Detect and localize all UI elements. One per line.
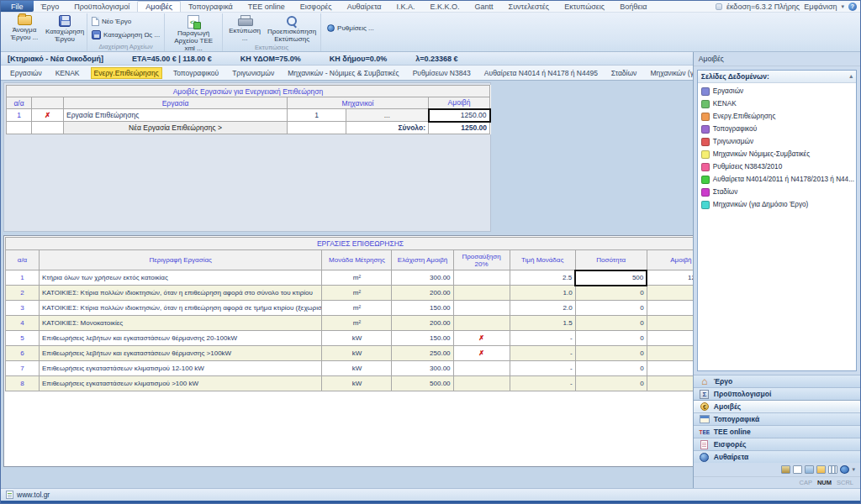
data-page-topografikou[interactable]: Τοπογραφικού	[700, 123, 854, 135]
overflow-chevron-icon[interactable]: ▾	[852, 466, 855, 473]
surcharge-excluded-cell[interactable]: ✗	[453, 346, 510, 361]
quantity-cell[interactable]: 0	[575, 301, 647, 316]
generate-tee-xml-button[interactable]: <> Παραγωγή Αρχείου ΤΕΕ xml ...	[167, 14, 219, 54]
new-project-button[interactable]: Νέο Έργο	[90, 16, 161, 27]
quantity-cell[interactable]: 0	[575, 361, 647, 376]
unit-price-cell[interactable]: -	[510, 331, 575, 346]
tab-rythmiseon-n3843[interactable]: Ρυθμίσεων Ν3843	[410, 68, 473, 78]
nav-authaireta[interactable]: Αυθαίρετα	[694, 450, 860, 463]
tab-trigonismon[interactable]: Τριγωνισμών	[230, 68, 277, 78]
quantity-cell[interactable]: 0	[575, 286, 647, 301]
data-page-stadion[interactable]: Σταδίων	[700, 186, 854, 198]
nav-tee-online[interactable]: TEEΤΕΕ online	[694, 425, 860, 438]
unit-price-cell[interactable]: -	[510, 376, 575, 391]
t1-engineers-count-cell[interactable]: 1	[288, 109, 346, 122]
quantity-cell[interactable]: 0	[575, 331, 647, 346]
surcharge-cell[interactable]	[453, 286, 510, 301]
menu-tab-proypologismoi[interactable]: Προϋπολογισμοί	[66, 1, 137, 12]
unit-price-cell[interactable]: 2.5	[510, 270, 575, 286]
file-menu-button[interactable]: File	[1, 1, 34, 12]
collapse-arrow-icon[interactable]: ▴	[849, 73, 853, 80]
data-page-kenak[interactable]: ΚΕΝΑΚ	[700, 97, 854, 110]
home-icon[interactable]	[716, 3, 722, 10]
tab-authaireta-n4014[interactable]: Αυθαίρετα Ν4014 ή Ν4178 ή Ν4495	[482, 68, 600, 78]
page-icon[interactable]	[793, 465, 802, 474]
print-button[interactable]: Εκτύπωση ...	[225, 14, 264, 43]
menu-tab-authaireta[interactable]: Αυθαίρετα	[340, 1, 389, 12]
menu-tab-ika[interactable]: Ι.Κ.Α.	[389, 1, 423, 12]
data-page-trigonismon[interactable]: Τριγωνισμών	[700, 135, 854, 148]
kh-ydom-value: ΚΗ ΥΔΟΜ=75.0%	[240, 55, 301, 63]
website-link[interactable]: www.tol.gr	[17, 491, 50, 499]
menu-tab-tee-online[interactable]: ΤΕΕ online	[240, 1, 293, 12]
unit-price-cell[interactable]: 1.5	[510, 316, 575, 331]
kh-dimou-value: ΚΗ δήμου=0.0%	[330, 55, 387, 63]
surcharge-cell[interactable]	[453, 270, 510, 286]
tab-energ-epitheorisis[interactable]: Ενεργ.Επιθεώρησης	[91, 67, 162, 79]
data-page-authaireta-n4014[interactable]: Αυθαίρετα Ν4014/2011 ή Ν4178/2013 ή Ν44.…	[700, 173, 854, 186]
data-page-ergasion[interactable]: Εργασιών	[700, 85, 854, 97]
unit-price-cell[interactable]: 1.0	[510, 286, 575, 301]
building-icon[interactable]	[781, 465, 790, 474]
t1-fee-cell[interactable]: 1250.00	[429, 109, 490, 122]
menu-tab-ergo[interactable]: Έργο	[34, 1, 67, 12]
menu-tab-gantt[interactable]: Gantt	[467, 1, 501, 12]
open-project-button[interactable]: Άνοιγμα Έργου ...	[5, 14, 44, 42]
new-inspection-task-button[interactable]: Νέα Εργασία Επιθεώρησης >	[64, 122, 288, 134]
surcharge-cell[interactable]	[453, 376, 510, 391]
surcharge-cell[interactable]	[453, 361, 510, 376]
settings-button[interactable]: Ρυθμίσεις ...	[324, 23, 378, 34]
display-menu[interactable]: Εμφάνιση	[804, 3, 837, 11]
folder-icon[interactable]	[816, 465, 826, 474]
chevron-down-icon[interactable]: ▾	[841, 3, 844, 10]
nav-eisfores[interactable]: Εισφορές	[694, 438, 860, 450]
engineers-more-button[interactable]: ...	[346, 109, 429, 122]
data-page-mixanikon-dimosio[interactable]: Μηχανικών (για Δημόσιο Έργο)	[700, 198, 854, 211]
save-icon	[59, 15, 71, 27]
nav-amoives[interactable]: €Αμοιβές	[694, 400, 860, 412]
delete-row-button[interactable]: ✗	[32, 109, 64, 122]
help-globe-icon[interactable]	[840, 465, 849, 474]
window-icon[interactable]	[805, 465, 814, 474]
quantity-cell[interactable]: 0	[575, 346, 647, 361]
tab-kenak[interactable]: ΚΕΝΑΚ	[53, 68, 82, 78]
menu-tab-eisfores[interactable]: Εισφορές	[293, 1, 340, 12]
unit-price-cell[interactable]: -	[510, 361, 575, 376]
inspection-tasks-panel: ΕΡΓΑΣΙΕΣ ΕΠΙΘΕΩΡΗΣΗΣ α/α Περιγραφή Εργασ…	[3, 235, 693, 467]
nav-topografika[interactable]: Τοπογραφικά	[694, 412, 860, 425]
surcharge-cell[interactable]	[453, 301, 510, 316]
tab-stadion[interactable]: Σταδίων	[609, 68, 640, 78]
tab-topografikou[interactable]: Τοπογραφικού	[171, 68, 221, 78]
data-pages-header[interactable]: Σελίδες Δεδομένων: ▴	[698, 71, 856, 83]
nav-proypologismoi[interactable]: ΣΠροϋπολογισμοί	[694, 387, 860, 400]
save-as-button[interactable]: Καταχώρηση Ως ...	[90, 29, 161, 40]
menu-tab-ektyposeis[interactable]: Εκτυπώσεις	[557, 1, 612, 12]
t1-header-engineers: Μηχανικοί	[288, 97, 429, 109]
surcharge-excluded-cell[interactable]: ✗	[453, 331, 510, 346]
nav-ergo[interactable]: ⌂Έργο	[694, 375, 860, 387]
file-management-group-label: Διαχείριση Αρχείων	[90, 43, 161, 51]
tab-ergasion[interactable]: Εργασιών	[8, 68, 45, 78]
quantity-cell-selected[interactable]: 500	[575, 270, 647, 286]
unit-price-cell[interactable]: 2.0	[510, 301, 575, 316]
data-page-rythmiseis-n3843[interactable]: Ρυθμίσεις Ν3843/2010	[700, 160, 854, 173]
data-page-energ-epitheorisis[interactable]: Ενεργ.Επιθεώρησης	[700, 110, 854, 123]
help-icon[interactable]: ?	[848, 3, 857, 11]
surcharge-cell[interactable]	[453, 316, 510, 331]
columns-icon[interactable]	[828, 465, 837, 474]
unit-price-cell[interactable]: -	[510, 346, 575, 361]
quantity-cell[interactable]: 0	[575, 376, 647, 391]
menu-tab-amoives[interactable]: Αμοιβές	[137, 1, 181, 12]
quantity-cell[interactable]: 0	[575, 316, 647, 331]
tab-mixanikon-nomimes[interactable]: Μηχανικών - Νόμιμες & Συμβατικές	[285, 68, 402, 78]
t1-task-cell[interactable]: Εργασία Επιθεώρησης	[64, 109, 288, 122]
menu-tab-syntelestes[interactable]: Συντελεστές	[501, 1, 557, 12]
menu-tab-ekko[interactable]: Ε.Κ.Κ.Ο.	[423, 1, 467, 12]
page-tab-bar: Εργασιών ΚΕΝΑΚ Ενεργ.Επιθεώρησης Τοπογρα…	[1, 66, 693, 80]
data-page-mixanikon-nomimes[interactable]: Μηχανικών Νόμιμες-Συμβατικές	[700, 148, 854, 160]
print-preview-button[interactable]: Προεπισκόπηση Εκτύπωσης	[266, 14, 318, 44]
save-project-button[interactable]: Καταχώρηση Έργου	[45, 14, 84, 44]
menu-tab-topografika[interactable]: Τοπογραφικά	[181, 1, 240, 12]
t2-header-minfee: Ελάχιστη Αμοιβή	[392, 250, 453, 270]
menu-tab-voitheia[interactable]: Βοήθεια	[612, 1, 654, 12]
